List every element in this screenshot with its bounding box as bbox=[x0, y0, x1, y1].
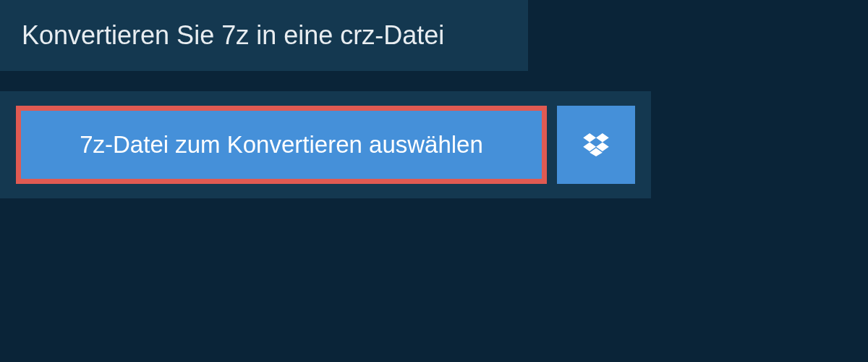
dropbox-icon bbox=[583, 133, 609, 156]
header-bar: Konvertieren Sie 7z in eine crz-Datei bbox=[0, 0, 528, 71]
dropbox-button[interactable] bbox=[557, 106, 635, 184]
select-file-button[interactable]: 7z-Datei zum Konvertieren auswählen bbox=[16, 106, 547, 184]
page-title: Konvertieren Sie 7z in eine crz-Datei bbox=[22, 20, 506, 51]
action-container: 7z-Datei zum Konvertieren auswählen bbox=[0, 91, 651, 198]
select-file-label: 7z-Datei zum Konvertieren auswählen bbox=[80, 131, 483, 159]
